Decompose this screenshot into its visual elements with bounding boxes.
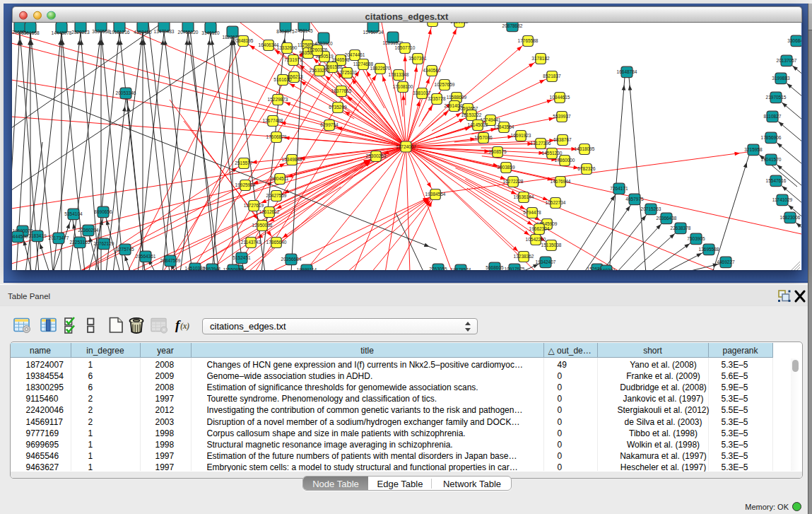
svg-text:10542260: 10542260 (525, 237, 546, 242)
svg-text:17865640: 17865640 (266, 240, 286, 245)
svg-text:19181216: 19181216 (109, 29, 129, 34)
svg-text:15547616: 15547616 (765, 178, 786, 183)
svg-text:5354104: 5354104 (64, 211, 83, 216)
svg-text:15444500: 15444500 (12, 234, 28, 239)
svg-text:10257659: 10257659 (434, 82, 454, 87)
svg-text:13695588: 13695588 (698, 247, 719, 252)
svg-text:7503905: 7503905 (687, 236, 705, 241)
svg-text:13127396: 13127396 (530, 141, 551, 146)
svg-text:5539937: 5539937 (553, 114, 571, 119)
svg-text:14145012: 14145012 (467, 122, 488, 127)
svg-text:20848195: 20848195 (233, 38, 253, 43)
svg-text:3146120: 3146120 (201, 30, 220, 35)
svg-text:22360294: 22360294 (78, 228, 98, 233)
svg-text:20564361: 20564361 (135, 254, 155, 259)
svg-text:7264171: 7264171 (610, 186, 628, 191)
svg-text:12950036: 12950036 (252, 223, 272, 228)
svg-text:10749441: 10749441 (480, 117, 500, 122)
svg-text:20366438: 20366438 (656, 216, 676, 221)
svg-text:2863941: 2863941 (203, 267, 221, 270)
svg-text:19878574: 19878574 (450, 267, 471, 270)
svg-text:20427559: 20427559 (266, 193, 286, 198)
svg-text:16507710: 16507710 (394, 45, 415, 50)
svg-text:11727619: 11727619 (243, 203, 264, 208)
svg-text:2820223: 2820223 (71, 29, 90, 34)
svg-text:3199883: 3199883 (772, 76, 790, 81)
svg-text:15349848: 15349848 (281, 157, 302, 162)
svg-text:3275745: 3275745 (116, 247, 134, 252)
svg-text:22253165: 22253165 (69, 240, 90, 245)
svg-text:2763055: 2763055 (429, 267, 447, 270)
svg-text:20053346: 20053346 (115, 90, 136, 95)
svg-text:20356684: 20356684 (281, 257, 301, 262)
svg-text:15750734: 15750734 (363, 29, 383, 34)
svg-text:3183419: 3183419 (28, 233, 47, 238)
svg-text:3381037: 3381037 (413, 90, 431, 95)
svg-text:19636144: 19636144 (513, 194, 534, 199)
svg-text:2515577: 2515577 (235, 160, 253, 165)
svg-text:5668605: 5668605 (486, 265, 504, 270)
svg-text:14318095: 14318095 (574, 146, 594, 151)
svg-text:11741029: 11741029 (772, 197, 792, 202)
svg-text:6299754: 6299754 (320, 122, 339, 127)
svg-text:5161630: 5161630 (273, 77, 292, 82)
svg-text:11550932: 11550932 (223, 267, 243, 270)
svg-text:11588699: 11588699 (446, 95, 466, 100)
svg-text:13470483: 13470483 (153, 28, 174, 33)
svg-text:1957086: 1957086 (474, 135, 493, 140)
svg-text:8521837: 8521837 (543, 74, 561, 78)
svg-text:18724007: 18724007 (396, 144, 416, 148)
svg-text:19041570: 19041570 (760, 157, 781, 162)
svg-text:20755120: 20755120 (177, 29, 198, 34)
svg-text:21633273: 21633273 (309, 68, 329, 73)
svg-text:21699058: 21699058 (422, 23, 442, 23)
svg-text:19342407: 19342407 (535, 259, 555, 264)
svg-text:20878682: 20878682 (502, 23, 522, 28)
svg-text:14676944: 14676944 (550, 179, 570, 184)
svg-text:4469227: 4469227 (717, 259, 735, 264)
svg-text:3804511: 3804511 (271, 176, 288, 181)
svg-text:18822670: 18822670 (370, 66, 390, 71)
svg-text:10917675: 10917675 (504, 267, 524, 270)
svg-text:4657975: 4657975 (625, 197, 644, 201)
svg-text:8690656: 8690656 (94, 209, 112, 214)
svg-text:3903859: 3903859 (497, 165, 515, 170)
svg-text:25300263: 25300263 (365, 153, 386, 158)
svg-text:16406344: 16406344 (258, 42, 278, 47)
svg-text:16823006: 16823006 (779, 215, 800, 220)
svg-text:3507301: 3507301 (408, 56, 427, 61)
svg-text:12843564: 12843564 (493, 124, 514, 129)
svg-text:17108100: 17108100 (392, 84, 413, 89)
svg-text:17606879: 17606879 (266, 134, 286, 139)
svg-text:20715263: 20715263 (640, 206, 661, 211)
svg-text:14448078: 14448078 (51, 30, 71, 35)
svg-text:16260376: 16260376 (307, 47, 327, 52)
svg-text:5129082: 5129082 (450, 23, 469, 24)
svg-text:19999114: 19999114 (296, 267, 317, 270)
svg-text:6735209: 6735209 (329, 105, 347, 110)
svg-text:6782326: 6782326 (577, 166, 596, 171)
svg-text:19925914: 19925914 (235, 182, 255, 187)
svg-text:10522734: 10522734 (545, 200, 565, 205)
svg-text:3178182: 3178182 (531, 56, 550, 61)
svg-text:3306848: 3306848 (787, 38, 801, 43)
svg-text:12612612: 12612612 (259, 209, 279, 214)
svg-text:17860000: 17860000 (554, 158, 575, 163)
svg-text:3235728: 3235728 (428, 96, 446, 101)
svg-text:20173477: 20173477 (48, 235, 69, 240)
svg-text:20474461: 20474461 (344, 52, 365, 57)
svg-text:7231971: 7231971 (284, 57, 302, 62)
svg-text:6838767: 6838767 (553, 137, 572, 142)
svg-text:12677488: 12677488 (262, 118, 283, 123)
svg-text:5794478: 5794478 (523, 210, 541, 215)
svg-text:21143743: 21143743 (240, 240, 261, 245)
svg-text:17856906: 17856906 (760, 135, 781, 140)
svg-text:9508575: 9508575 (488, 149, 507, 154)
svg-text:8110827: 8110827 (763, 114, 781, 119)
svg-text:21970515: 21970515 (765, 95, 786, 100)
svg-text:12725131: 12725131 (336, 70, 357, 75)
svg-text:19662304: 19662304 (529, 226, 549, 231)
svg-text:18377615: 18377615 (331, 88, 351, 93)
svg-text:16691923: 16691923 (510, 133, 531, 138)
svg-text:10844615: 10844615 (549, 95, 570, 100)
